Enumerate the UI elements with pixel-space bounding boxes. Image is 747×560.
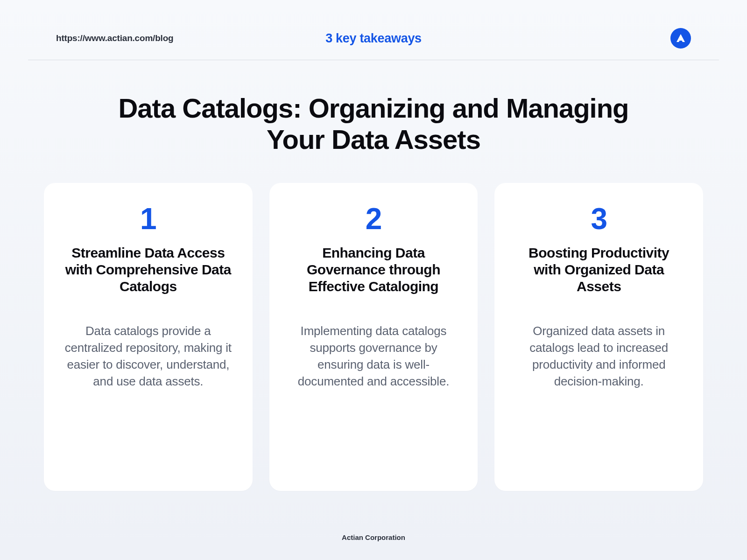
takeaway-card: 3 Boosting Productivity with Organized D… (494, 183, 703, 491)
card-title: Enhancing Data Governance through Effect… (288, 245, 459, 295)
footer-attribution: Actian Corporation (0, 533, 747, 541)
page-title: Data Catalogs: Organizing and Managing Y… (93, 93, 654, 155)
card-number: 1 (63, 202, 234, 236)
card-title: Streamline Data Access with Comprehensiv… (63, 245, 234, 295)
source-url: https://www.actian.com/blog (56, 33, 173, 43)
cards-row: 1 Streamline Data Access with Comprehens… (0, 155, 747, 491)
takeaway-card: 2 Enhancing Data Governance through Effe… (269, 183, 478, 491)
card-body: Data catalogs provide a centralized repo… (63, 323, 234, 390)
card-number: 3 (513, 202, 684, 236)
header: https://www.actian.com/blog 3 key takeaw… (28, 0, 719, 60)
mountain-icon (675, 33, 686, 44)
takeaway-card: 1 Streamline Data Access with Comprehens… (44, 183, 253, 491)
card-body: Organized data assets in catalogs lead t… (513, 323, 684, 390)
brand-logo (670, 28, 691, 49)
card-body: Implementing data catalogs supports gove… (288, 323, 459, 390)
card-title: Boosting Productivity with Organized Dat… (513, 245, 684, 295)
page-tag: 3 key takeaways (325, 31, 422, 46)
card-number: 2 (288, 202, 459, 236)
